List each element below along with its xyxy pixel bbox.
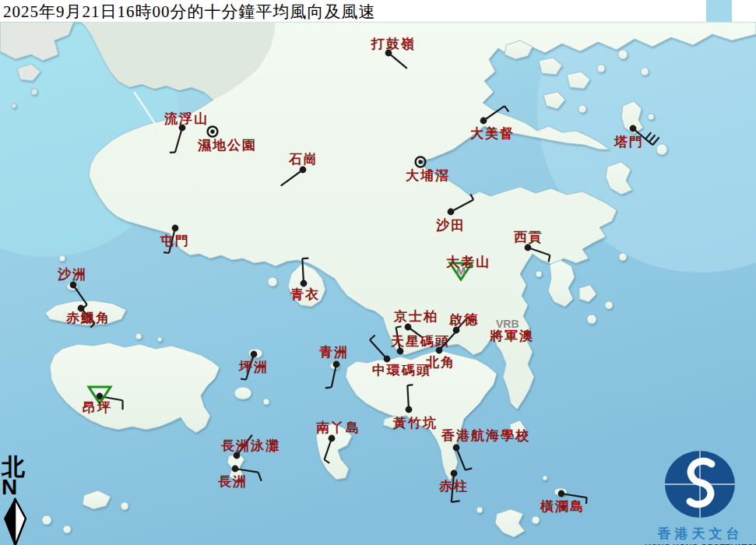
station-label: 石崗 — [288, 152, 318, 167]
station-label: 坪洲 — [238, 360, 269, 374]
islet — [121, 502, 128, 510]
station-label: 大美督 — [470, 125, 515, 141]
hko-logo-icon — [645, 450, 756, 520]
sunshine-island — [263, 399, 269, 405]
wind-barb-feather — [164, 252, 169, 253]
station-dot — [300, 167, 307, 174]
station-label: 南丫島 — [316, 420, 360, 435]
station-label: 青洲 — [319, 345, 349, 360]
station-dot — [70, 282, 77, 289]
title-bar: 2025年9月21日16時00分的十分鐘平均風向及風速 — [0, 0, 756, 22]
station-dot — [251, 351, 258, 358]
islet — [619, 253, 627, 261]
station-label: 西貢 — [513, 230, 543, 244]
wind-barb-feather — [407, 385, 413, 385]
wind-barb-feather — [452, 501, 460, 502]
station-label: 沙田 — [435, 218, 466, 233]
wind-barb-feather — [396, 326, 402, 327]
ma-wan-island — [268, 277, 277, 287]
islet — [12, 104, 16, 108]
station-label: 長洲 — [218, 474, 248, 489]
wind-barb-feather — [586, 498, 587, 504]
islet — [63, 526, 71, 533]
station-label: 流浮山 — [164, 111, 209, 126]
sharp-island — [536, 271, 542, 277]
station-dot — [480, 118, 487, 125]
station-label: 啟德 — [448, 312, 479, 327]
station-label: 黃竹坑 — [392, 415, 438, 431]
north-arrow-icon — [2, 497, 28, 545]
station-label: 中環碼頭 — [372, 363, 431, 378]
wind-barb-feather — [325, 387, 332, 388]
station-dot — [525, 244, 532, 251]
station-dot — [436, 347, 443, 354]
station-label: 橫瀾島 — [540, 499, 585, 514]
title-bar-gap — [706, 0, 732, 22]
station-dot — [448, 209, 455, 216]
station-dot — [232, 466, 239, 473]
port-island — [656, 144, 667, 155]
station-dot — [301, 280, 308, 287]
station-label: 大老山 — [446, 255, 491, 269]
station-label: 青衣 — [290, 287, 320, 302]
map-title: 2025年9月21日16時00分的十分鐘平均風向及風速 — [3, 1, 376, 23]
station-dot — [630, 125, 637, 132]
islet — [578, 105, 586, 113]
hei-ling-chau-island — [234, 387, 251, 399]
station-label: 屯門 — [160, 234, 190, 248]
islet — [532, 516, 540, 524]
station-dot — [384, 356, 391, 363]
north-letter: N — [2, 478, 33, 497]
hko-logo-chinese: 香港天文台 — [645, 525, 756, 543]
station-label: 赤鱲角 — [65, 311, 111, 325]
station-dot — [558, 490, 565, 498]
islet — [648, 114, 654, 120]
bluff-island — [587, 315, 596, 324]
islet — [476, 507, 483, 513]
station-dot — [333, 361, 340, 368]
islet — [135, 333, 142, 339]
station-dot — [172, 225, 179, 232]
wind-map-screen: 打鼓嶺流浮山濕地公園石崗大美督塔門大埔滘沙田西貢M大老山屯門沙洲赤鱲角青衣京士柏… — [0, 0, 756, 545]
station-label: 塔門 — [614, 135, 644, 149]
islet — [641, 68, 649, 76]
station-dot — [406, 406, 413, 413]
station-label: 香港航海學校 — [441, 428, 530, 443]
station-label: 赤柱 — [438, 479, 469, 494]
islet — [42, 515, 51, 525]
islet — [543, 476, 547, 480]
map: 打鼓嶺流浮山濕地公園石崗大美督塔門大埔滘沙田西貢M大老山屯門沙洲赤鱲角青衣京士柏… — [0, 0, 756, 545]
basalt-island — [605, 301, 613, 309]
station-label: 長洲泳灘 — [221, 438, 280, 453]
station-label: 沙洲 — [57, 267, 87, 282]
station-label: 將軍澳 — [489, 329, 534, 343]
station-dot — [329, 435, 336, 442]
hko-logo: 香港天文台 HONG KONG OBSERVATORY — [645, 450, 756, 545]
islet — [618, 50, 628, 59]
calm-inner-dot — [418, 160, 422, 164]
wind-barb-feather — [241, 379, 246, 380]
station-dot — [453, 445, 460, 452]
station-label: 京士柏 — [393, 309, 438, 324]
station-dot — [405, 324, 412, 331]
station-label: 大埔滘 — [406, 168, 450, 183]
station-label: 天星碼頭 — [390, 334, 450, 349]
islet — [157, 337, 162, 342]
station-label: 濕地公園 — [197, 138, 257, 153]
north-compass: 北 N — [2, 456, 33, 545]
station-label: 打鼓嶺 — [371, 37, 416, 51]
islet — [597, 65, 605, 72]
islet — [31, 89, 37, 95]
calm-inner-dot — [210, 129, 214, 133]
station-dot — [451, 470, 458, 477]
station-label: 昂坪 — [83, 400, 112, 415]
lung-kwu-chau-island — [59, 255, 65, 262]
